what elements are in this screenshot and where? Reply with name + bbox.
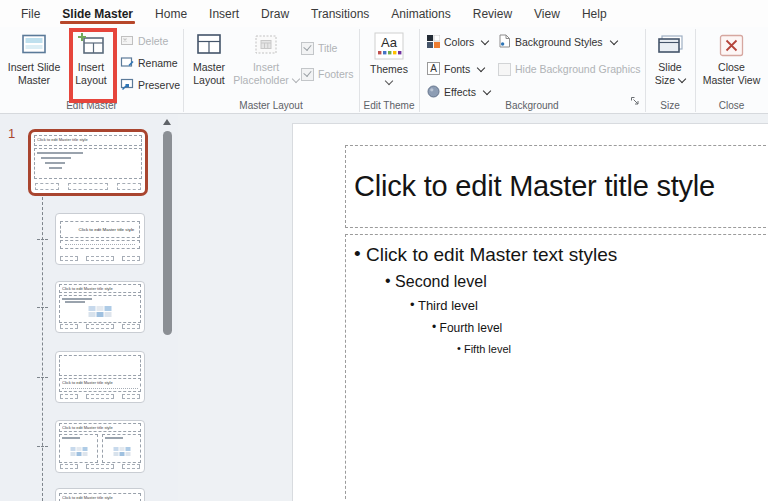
ribbon-tab-bar: File Slide Master Home Insert Draw Trans… — [0, 0, 768, 27]
tab-file[interactable]: File — [10, 0, 51, 27]
bullet-icon: • — [457, 342, 461, 354]
highlight-box-insert-layout — [69, 28, 117, 103]
fonts-button[interactable]: A Fonts — [427, 61, 484, 77]
effects-icon — [427, 85, 440, 100]
hide-background-graphics-checkbox: Hide Background Graphics — [498, 61, 640, 77]
tab-view[interactable]: View — [523, 0, 571, 27]
rename-label: Rename — [138, 57, 178, 69]
slide-canvas: Click to edit Master title style • Click… — [292, 123, 768, 501]
group-label-close: Close — [695, 100, 768, 111]
preserve-button[interactable]: Preserve — [120, 77, 180, 93]
tab-slide-master[interactable]: Slide Master — [51, 0, 144, 27]
title-placeholder[interactable]: Click to edit Master title style — [345, 145, 768, 228]
thumbnail-layout-partial[interactable]: Click to edit Master title style — [55, 488, 145, 501]
tab-transitions-label: Transitions — [311, 7, 369, 21]
thumbnail-title-slide-layout[interactable]: Click to edit Master title style — [55, 213, 145, 265]
thumbnail-slide-master[interactable]: Click to edit Master title style — [28, 129, 148, 196]
thumbnail-section-header-layout[interactable]: Click to edit Master title style — [55, 351, 145, 403]
fonts-icon: A — [427, 62, 440, 77]
footers-checkbox-box — [301, 68, 314, 81]
colors-button[interactable]: Colors — [427, 34, 488, 50]
body-level-1-text: Click to edit Master text styles — [366, 244, 617, 265]
themes-icon: Aa — [374, 29, 404, 63]
themes-button[interactable]: Aa Themes — [364, 29, 414, 84]
delete-button: Delete — [120, 33, 168, 49]
chevron-down-icon — [678, 75, 686, 83]
colors-icon — [427, 35, 440, 50]
close-master-view-icon — [719, 29, 744, 61]
body-level-2: • Second level — [354, 273, 768, 291]
rename-button[interactable]: Rename — [120, 55, 178, 71]
tab-animations[interactable]: Animations — [380, 0, 461, 27]
content-placeholder-icons — [113, 447, 130, 456]
background-styles-icon — [498, 34, 511, 50]
group-close: CloseMaster View Close — [695, 29, 768, 112]
group-label-size: Size — [645, 100, 695, 111]
group-master-layout: MasterLayout InsertPlaceholder Title Foo… — [183, 29, 360, 112]
tab-review[interactable]: Review — [462, 0, 523, 27]
themes-label: Themes — [370, 63, 408, 75]
tab-help[interactable]: Help — [571, 0, 618, 27]
master-layout-button[interactable]: MasterLayout — [185, 29, 233, 87]
thumbnail-title-text: Click to edit Master title style — [62, 495, 113, 500]
tab-animations-label: Animations — [391, 7, 450, 21]
body-level-5: • Fifth level — [354, 343, 768, 355]
slide-editor: Click to edit Master title style • Click… — [178, 114, 768, 501]
preserve-icon — [120, 78, 134, 92]
master-layout-icon — [195, 29, 223, 61]
thumbnail-title-and-content-layout[interactable]: Click to edit Master title style — [55, 281, 145, 333]
colors-label: Colors — [444, 36, 474, 48]
close-master-view-label-1: Close — [718, 61, 745, 73]
tab-transitions[interactable]: Transitions — [300, 0, 380, 27]
thumbnail-title-text: Click to edit Master title style — [62, 286, 113, 291]
body-level-4-text: Fourth level — [440, 321, 503, 335]
delete-icon — [120, 34, 134, 48]
content-placeholder-icons — [70, 447, 87, 456]
tab-insert[interactable]: Insert — [198, 0, 250, 27]
connector-stub — [37, 446, 48, 447]
chevron-down-icon — [481, 37, 489, 45]
chevron-down-icon — [291, 75, 299, 83]
thumbnail-two-content-layout[interactable]: Click to edit Master title style — [55, 420, 145, 473]
slide-size-label-1: Slide — [658, 61, 681, 73]
master-layout-label-1: Master — [193, 61, 225, 73]
body-level-1: • Click to edit Master text styles — [354, 244, 768, 266]
slide-size-label-2: Size — [655, 74, 675, 86]
close-master-view-label-2: Master View — [703, 74, 761, 86]
scrollbar-thumb[interactable] — [163, 131, 172, 335]
content-placeholder-icons — [89, 306, 112, 317]
body-placeholder[interactable]: • Click to edit Master text styles • Sec… — [345, 234, 768, 501]
tab-draw[interactable]: Draw — [250, 0, 300, 27]
insert-placeholder-label-1: Insert — [253, 61, 279, 73]
slide-number: 1 — [8, 126, 15, 141]
group-background: Colors A Fonts Effects Background Styles — [419, 29, 646, 112]
insert-slide-master-button[interactable]: Insert SlideMaster — [4, 29, 64, 87]
fonts-label: Fonts — [444, 63, 470, 75]
title-checkbox-box — [301, 42, 314, 55]
effects-button[interactable]: Effects — [427, 84, 490, 100]
insert-slide-master-label-1: Insert Slide — [8, 61, 61, 73]
thumbnail-title-text: Click to edit Master title style — [62, 380, 113, 385]
insert-placeholder-icon — [254, 29, 278, 61]
effects-label: Effects — [444, 86, 476, 98]
svg-text:A: A — [430, 63, 437, 74]
group-label-master-layout: Master Layout — [183, 100, 359, 111]
footers-checkbox-label: Footers — [318, 68, 354, 80]
title-placeholder-text: Click to edit Master title style — [354, 146, 715, 227]
tab-view-label: View — [534, 7, 560, 21]
powerpoint-window: File Slide Master Home Insert Draw Trans… — [0, 0, 768, 501]
background-styles-button[interactable]: Background Styles — [498, 34, 617, 50]
close-master-view-button[interactable]: CloseMaster View — [700, 29, 763, 87]
slide-size-icon — [657, 29, 684, 61]
body-level-5-text: Fifth level — [464, 343, 511, 355]
thumbnail-title-text: Click to edit Master title style — [37, 137, 88, 142]
tab-file-label: File — [21, 7, 40, 21]
tab-draw-label: Draw — [261, 7, 289, 21]
body-level-4: • Fourth level — [354, 321, 768, 335]
footers-checkbox: Footers — [301, 67, 354, 81]
slide-size-button[interactable]: SlideSize — [648, 29, 692, 87]
chevron-down-icon — [609, 37, 617, 45]
title-checkbox-label: Title — [318, 42, 337, 54]
scrollbar-up-arrow[interactable] — [163, 119, 171, 125]
tab-home[interactable]: Home — [144, 0, 198, 27]
